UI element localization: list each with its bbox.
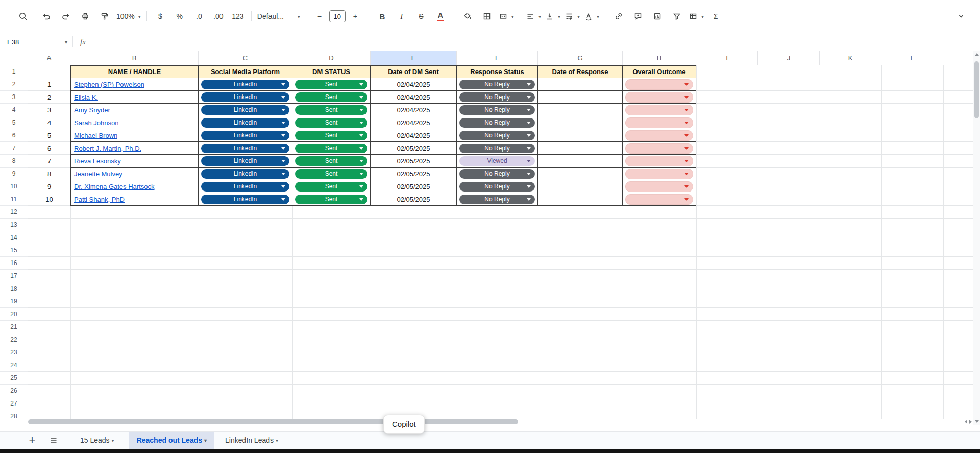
date-sent-cell[interactable]: 02/05/2025 — [371, 193, 457, 206]
platform-cell[interactable]: LinkedIn — [199, 193, 292, 206]
platform-dropdown-chip[interactable]: LinkedIn — [201, 80, 289, 89]
platform-cell[interactable]: LinkedIn — [199, 116, 292, 129]
outcome-cell[interactable] — [623, 168, 696, 180]
row-header[interactable]: 17 — [0, 270, 28, 282]
dm-status-dropdown-chip[interactable]: Sent — [295, 131, 368, 140]
outcome-cell[interactable] — [623, 142, 696, 155]
response-cell[interactable]: Viewed — [457, 155, 538, 168]
row-header[interactable]: 4 — [0, 104, 28, 116]
name-cell[interactable]: Patti Shank, PhD — [70, 193, 199, 206]
add-sheet-button[interactable]: + — [22, 433, 42, 448]
platform-dropdown-chip[interactable]: LinkedIn — [201, 195, 289, 204]
column-header-k[interactable]: K — [820, 51, 881, 65]
platform-dropdown-chip[interactable]: LinkedIn — [201, 156, 289, 166]
dm-status-dropdown-chip[interactable]: Sent — [295, 195, 368, 204]
lead-link[interactable]: Elisia K. — [74, 93, 98, 101]
dm-status-cell[interactable]: Sent — [292, 168, 371, 180]
response-dropdown-chip[interactable]: No Reply — [459, 182, 535, 192]
header-response-status[interactable]: Response Status — [457, 65, 538, 78]
merge-cells-button[interactable] — [497, 9, 516, 24]
outcome-dropdown-chip[interactable] — [625, 130, 693, 141]
dm-status-cell[interactable]: Sent — [292, 78, 371, 91]
insert-chart-button[interactable] — [648, 9, 667, 24]
row-header[interactable]: 28 — [0, 410, 28, 419]
lead-link[interactable]: Rieva Lesonsky — [74, 157, 121, 165]
row-header[interactable]: 24 — [0, 359, 28, 372]
dm-status-dropdown-chip[interactable]: Sent — [295, 92, 368, 102]
increase-decimal-button[interactable]: .00 — [209, 9, 228, 24]
date-response-cell[interactable] — [538, 168, 623, 180]
lead-link[interactable]: Patti Shank, PhD — [74, 196, 125, 203]
index-cell[interactable]: 1 — [28, 78, 70, 91]
column-header-e-selected[interactable]: E — [371, 51, 457, 65]
platform-dropdown-chip[interactable]: LinkedIn — [201, 169, 289, 179]
date-response-cell[interactable] — [538, 91, 623, 104]
paint-format-button[interactable] — [95, 9, 114, 24]
column-header-l[interactable]: L — [881, 51, 943, 65]
row-header[interactable]: 11 — [0, 193, 28, 206]
outcome-dropdown-chip[interactable] — [625, 79, 693, 90]
date-response-cell[interactable] — [538, 142, 623, 155]
column-header-g[interactable]: G — [538, 51, 623, 65]
scroll-right-icon[interactable] — [969, 420, 972, 424]
undo-button[interactable] — [37, 9, 56, 24]
column-header-a[interactable]: A — [28, 51, 70, 65]
row-header[interactable]: 23 — [0, 346, 28, 359]
column-header-j[interactable]: J — [758, 51, 820, 65]
lead-link[interactable]: Sarah Johnson — [74, 119, 118, 127]
number-format-button[interactable]: 123 — [228, 9, 248, 24]
outcome-dropdown-chip[interactable] — [625, 169, 693, 179]
outcome-cell[interactable] — [623, 129, 696, 142]
lead-link[interactable]: Michael Brown — [74, 132, 117, 139]
dm-status-cell[interactable]: Sent — [292, 116, 371, 129]
scroll-up-icon[interactable] — [975, 53, 979, 56]
cell-a1[interactable] — [28, 65, 70, 78]
dm-status-cell[interactable]: Sent — [292, 155, 371, 168]
fill-color-button[interactable] — [458, 9, 477, 24]
horizontal-scroll-thumb[interactable] — [28, 419, 518, 424]
insert-link-button[interactable] — [609, 9, 628, 24]
search-button[interactable] — [13, 9, 33, 24]
copilot-tooltip[interactable]: Copilot — [383, 415, 425, 434]
date-sent-cell[interactable]: 02/05/2025 — [371, 168, 457, 180]
row-header[interactable]: 7 — [0, 142, 28, 155]
row-header[interactable]: 18 — [0, 282, 28, 295]
currency-format-button[interactable]: $ — [151, 9, 170, 24]
font-size-input[interactable]: 10 — [329, 10, 346, 22]
vertical-scrollbar[interactable] — [973, 51, 980, 425]
platform-dropdown-chip[interactable]: LinkedIn — [201, 118, 289, 128]
date-sent-cell[interactable]: 02/04/2025 — [371, 116, 457, 129]
response-dropdown-chip[interactable]: No Reply — [459, 195, 535, 204]
date-response-cell[interactable] — [538, 104, 623, 116]
row-header[interactable]: 12 — [0, 206, 28, 219]
all-sheets-button[interactable] — [44, 433, 63, 448]
outcome-cell[interactable] — [623, 78, 696, 91]
response-cell[interactable]: No Reply — [457, 116, 538, 129]
dm-status-dropdown-chip[interactable]: Sent — [295, 169, 368, 179]
functions-button[interactable]: Σ — [706, 9, 725, 24]
platform-dropdown-chip[interactable]: LinkedIn — [201, 105, 289, 115]
date-response-cell[interactable] — [538, 129, 623, 142]
index-cell[interactable]: 2 — [28, 91, 70, 104]
horizontal-scrollbar[interactable] — [28, 419, 954, 425]
name-cell[interactable]: Dr. Ximena Gates Hartsock — [70, 180, 199, 193]
row-header[interactable]: 22 — [0, 333, 28, 346]
header-dm-status[interactable]: DM STATUS — [292, 65, 371, 78]
response-dropdown-chip[interactable]: No Reply — [459, 144, 535, 153]
outcome-dropdown-chip[interactable] — [625, 92, 693, 103]
print-button[interactable] — [76, 9, 95, 24]
date-sent-cell[interactable]: 02/04/2025 — [371, 78, 457, 91]
name-cell[interactable]: Sarah Johnson — [70, 116, 199, 129]
name-cell[interactable]: Stephen (SP) Powelson — [70, 78, 199, 91]
platform-cell[interactable]: LinkedIn — [199, 104, 292, 116]
response-cell[interactable]: No Reply — [457, 180, 538, 193]
column-header-c[interactable]: C — [199, 51, 292, 65]
row-header[interactable]: 1 — [0, 65, 28, 78]
platform-cell[interactable]: LinkedIn — [199, 129, 292, 142]
dm-status-cell[interactable]: Sent — [292, 193, 371, 206]
header-name[interactable]: NAME / HANDLE — [70, 65, 199, 78]
name-cell[interactable]: Elisia K. — [70, 91, 199, 104]
dm-status-dropdown-chip[interactable]: Sent — [295, 182, 368, 192]
toolbar-collapse-button[interactable] — [951, 9, 971, 24]
borders-button[interactable] — [477, 9, 497, 24]
